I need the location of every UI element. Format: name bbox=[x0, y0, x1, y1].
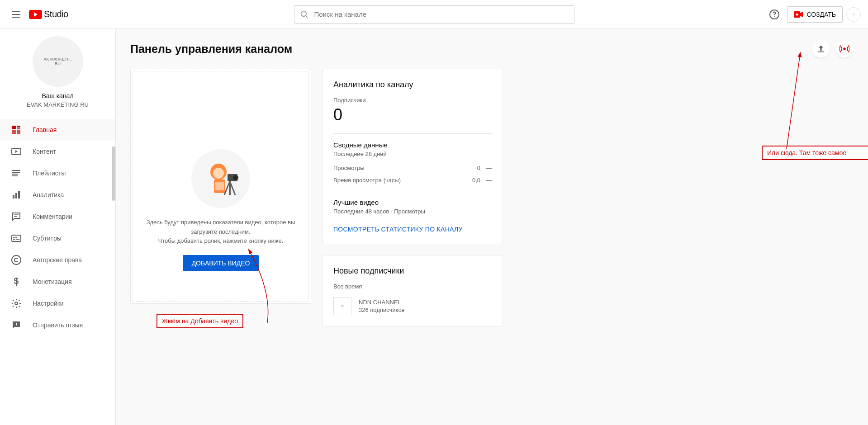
views-label: Просмотры bbox=[333, 165, 365, 171]
svg-point-14 bbox=[12, 255, 21, 264]
add-video-button[interactable]: ДОБАВИТЬ ВИДЕО bbox=[183, 255, 259, 271]
channel-name: EVAK MARKETING RU bbox=[0, 101, 115, 108]
annotation-right: Или сюда. Там тоже самое bbox=[762, 146, 868, 160]
broken-image-icon: ▫ bbox=[341, 302, 344, 310]
nav-label: Плейлисты bbox=[33, 170, 66, 177]
video-icon bbox=[11, 146, 22, 157]
help-button[interactable] bbox=[765, 5, 783, 24]
nav-label: Контент bbox=[33, 148, 56, 155]
upload-button[interactable] bbox=[812, 40, 830, 58]
subscribers-label: Подписчики bbox=[333, 97, 492, 104]
views-value: 0 bbox=[477, 165, 480, 171]
svg-rect-13 bbox=[12, 235, 21, 241]
copyright-icon bbox=[11, 255, 22, 265]
search-container bbox=[294, 5, 574, 24]
menu-toggle[interactable] bbox=[7, 5, 25, 24]
trend-dash: — bbox=[486, 165, 492, 171]
divider bbox=[333, 191, 492, 191]
page-actions bbox=[812, 40, 854, 58]
dollar-icon bbox=[11, 276, 22, 287]
person-camera-icon bbox=[203, 161, 248, 206]
nav-label: Аналитика bbox=[33, 191, 64, 198]
create-button[interactable]: СОЗДАТЬ bbox=[787, 6, 843, 23]
nav-label: Настройки bbox=[33, 300, 64, 307]
sidebar-item-content[interactable]: Контент bbox=[0, 141, 115, 162]
playlist-icon bbox=[11, 168, 22, 179]
sidebar-item-settings[interactable]: Настройки bbox=[0, 293, 115, 314]
metric-views: Просмотры 0— bbox=[333, 165, 492, 171]
subscriber-avatar: ▫ bbox=[333, 297, 351, 315]
sidebar-item-dashboard[interactable]: Главная bbox=[0, 119, 115, 141]
upload-text-2: Чтобы добавить ролик, нажмите кнопку ниж… bbox=[144, 236, 298, 246]
metric-watchtime: Время просмотра (часы) 0,0— bbox=[333, 177, 492, 184]
new-subs-period: Все время bbox=[333, 283, 492, 290]
divider bbox=[333, 133, 492, 134]
analytics-card: Аналитика по каналу Подписчики 0 Сводные… bbox=[322, 69, 503, 244]
svg-point-18 bbox=[213, 168, 224, 179]
nav-label: Главная bbox=[33, 126, 57, 133]
dashboard-cards: Здесь будут приведены показатели видео, … bbox=[130, 69, 854, 326]
account-avatar[interactable]: ▫ bbox=[846, 7, 861, 22]
settings-icon bbox=[11, 298, 22, 309]
sidebar-item-analytics[interactable]: Аналитика bbox=[0, 184, 115, 206]
create-label: СОЗДАТЬ bbox=[806, 11, 836, 18]
youtube-icon bbox=[29, 10, 42, 19]
hamburger-icon bbox=[11, 9, 22, 20]
svg-point-15 bbox=[15, 302, 18, 305]
svg-rect-6 bbox=[17, 128, 20, 129]
subscriber-count: 326 подписчиков bbox=[359, 307, 405, 313]
sidebar-item-playlists[interactable]: Плейлисты bbox=[0, 162, 115, 184]
new-subscribers-card: Новые подписчики Все время ▫ NDN CHANNEL… bbox=[322, 255, 503, 326]
subscriber-info: NDN CHANNEL 326 подписчиков bbox=[359, 299, 405, 313]
svg-point-0 bbox=[301, 11, 306, 16]
top-videos-period: Последние 48 часов · Просмотры bbox=[333, 208, 492, 215]
svg-rect-4 bbox=[12, 126, 16, 129]
channel-block: AK MARKETI... RU Ваш канал EVAK MARKETIN… bbox=[0, 29, 115, 119]
scrollbar[interactable] bbox=[112, 146, 115, 201]
nav-label: Субтитры bbox=[33, 235, 62, 242]
view-analytics-link[interactable]: ПОСМОТРЕТЬ СТАТИСТИКУ ПО КАНАЛУ bbox=[333, 226, 463, 233]
feedback-icon bbox=[11, 320, 22, 331]
search-input[interactable] bbox=[314, 10, 569, 18]
help-icon bbox=[769, 9, 780, 20]
upload-text: Здесь будут приведены показатели видео, … bbox=[144, 218, 298, 246]
logo[interactable]: Studio bbox=[29, 9, 68, 19]
svg-point-22 bbox=[233, 175, 238, 180]
sidebar-item-copyright[interactable]: Авторские права bbox=[0, 249, 115, 271]
nav-label: Авторские права bbox=[33, 256, 82, 264]
watch-value: 0,0 bbox=[472, 177, 480, 184]
svg-rect-5 bbox=[17, 126, 20, 128]
sidebar-item-subtitles[interactable]: Субтитры bbox=[0, 227, 115, 249]
upload-icon bbox=[816, 44, 825, 53]
nav-label: Комментарии bbox=[33, 213, 72, 220]
search-icon bbox=[300, 10, 309, 19]
sidebar: AK MARKETI... RU Ваш канал EVAK MARKETIN… bbox=[0, 29, 116, 425]
svg-rect-12 bbox=[18, 191, 20, 198]
nav-label: Монетизация bbox=[33, 278, 72, 285]
sidebar-item-monetization[interactable]: Монетизация bbox=[0, 271, 115, 293]
search-box[interactable] bbox=[294, 5, 574, 24]
go-live-button[interactable] bbox=[835, 40, 854, 58]
main-layout: AK MARKETI... RU Ваш канал EVAK MARKETIN… bbox=[0, 29, 868, 425]
comments-icon bbox=[11, 211, 22, 222]
top-videos-title: Лучшие видео bbox=[333, 198, 492, 206]
header-actions: СОЗДАТЬ ▫ bbox=[765, 5, 861, 24]
header: Studio СОЗДАТЬ ▫ bbox=[0, 0, 868, 29]
channel-avatar[interactable]: AK MARKETI... RU bbox=[33, 36, 83, 87]
sidebar-item-feedback[interactable]: Отправить отзыв bbox=[0, 314, 115, 336]
new-subs-title: Новые подписчики bbox=[333, 266, 492, 276]
live-icon bbox=[840, 44, 849, 54]
svg-point-2 bbox=[774, 16, 775, 17]
upload-text-1: Здесь будут приведены показатели видео, … bbox=[144, 218, 298, 237]
subscriber-item[interactable]: ▫ NDN CHANNEL 326 подписчиков bbox=[333, 297, 492, 315]
svg-rect-10 bbox=[13, 195, 14, 198]
upload-video-card: Здесь будут приведены показатели видео, … bbox=[130, 69, 311, 304]
svg-rect-20 bbox=[215, 182, 224, 190]
sidebar-item-comments[interactable]: Комментарии bbox=[0, 206, 115, 227]
subscribers-count: 0 bbox=[333, 105, 492, 124]
svg-rect-7 bbox=[12, 130, 16, 134]
nav-label: Отправить отзыв bbox=[33, 321, 83, 329]
summary-period: Последние 28 дней bbox=[333, 151, 492, 157]
subscriber-name: NDN CHANNEL bbox=[359, 299, 405, 306]
content-area: Панель управления каналом bbox=[116, 29, 868, 425]
